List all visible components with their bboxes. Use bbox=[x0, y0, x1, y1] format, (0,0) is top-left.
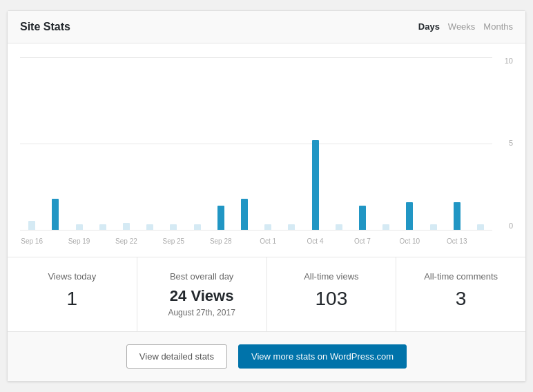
x-label-group-19 bbox=[469, 234, 492, 246]
bar-group-13 bbox=[327, 57, 351, 230]
widget-title: Site Stats bbox=[20, 21, 70, 33]
bar-5 bbox=[146, 224, 153, 230]
bar-15 bbox=[382, 224, 389, 230]
bar-4 bbox=[123, 223, 130, 230]
bar-0 bbox=[28, 221, 35, 230]
x-label-10: Oct 1 bbox=[260, 237, 276, 245]
bar-group-4 bbox=[115, 57, 138, 230]
stat-value-0: 1 bbox=[18, 287, 126, 311]
bar-group-1 bbox=[43, 57, 67, 230]
x-label-group-2: Sep 19 bbox=[67, 234, 90, 246]
x-label-group-5 bbox=[138, 234, 162, 246]
bar-group-15 bbox=[374, 57, 398, 230]
x-label-group-14: Oct 7 bbox=[351, 234, 374, 246]
bar-8 bbox=[217, 206, 224, 230]
stat-label-0: Views today bbox=[18, 271, 126, 282]
x-label-14: Oct 7 bbox=[354, 237, 371, 245]
x-label-group-18: Oct 13 bbox=[445, 234, 469, 246]
y-labels: 10 5 0 bbox=[494, 57, 513, 230]
x-label-2: Sep 19 bbox=[68, 237, 90, 245]
bar-group-12 bbox=[303, 57, 327, 230]
x-label-group-12: Oct 4 bbox=[303, 234, 327, 246]
period-tab-weeks[interactable]: Weeks bbox=[448, 21, 476, 32]
bars-container bbox=[20, 57, 492, 230]
bar-12 bbox=[312, 140, 319, 230]
x-label-group-8: Sep 28 bbox=[209, 234, 233, 246]
site-stats-widget: Site Stats DaysWeeksMonths 10 5 0 Se bbox=[7, 10, 526, 382]
x-label-16: Oct 10 bbox=[400, 237, 420, 245]
x-label-group-17 bbox=[421, 234, 445, 246]
x-label-0: Sep 16 bbox=[21, 237, 43, 245]
stat-label-3: All-time comments bbox=[407, 271, 515, 282]
x-label-group-15 bbox=[374, 234, 398, 246]
stat-value-2: 103 bbox=[278, 287, 386, 311]
bar-2 bbox=[76, 224, 83, 230]
bar-group-3 bbox=[91, 57, 115, 230]
chart-area: 10 5 0 Sep 16Sep 19Sep 22Sep 25Sep 28Oct… bbox=[8, 43, 525, 257]
view-detailed-stats-button[interactable]: View detailed stats bbox=[126, 344, 227, 369]
bar-group-2 bbox=[67, 57, 90, 230]
bar-group-14 bbox=[351, 57, 374, 230]
y-label-10: 10 bbox=[505, 57, 513, 65]
x-label-group-7 bbox=[185, 234, 209, 246]
x-label-group-16: Oct 10 bbox=[398, 234, 421, 246]
bar-group-6 bbox=[162, 57, 185, 230]
x-label-12: Oct 4 bbox=[307, 237, 324, 245]
x-label-8: Sep 28 bbox=[210, 237, 232, 245]
x-label-group-6: Sep 25 bbox=[162, 234, 185, 246]
bar-group-19 bbox=[469, 57, 492, 230]
actions-row: View detailed stats View more stats on W… bbox=[8, 332, 525, 381]
x-label-group-0: Sep 16 bbox=[20, 234, 43, 246]
grid-line-bottom bbox=[20, 230, 492, 231]
bar-17 bbox=[430, 224, 437, 230]
bar-19 bbox=[477, 224, 484, 230]
stat-value-1: 24 Views bbox=[148, 287, 256, 305]
x-label-group-4: Sep 22 bbox=[115, 234, 138, 246]
bar-group-9 bbox=[233, 57, 256, 230]
period-tabs: DaysWeeksMonths bbox=[418, 21, 513, 32]
bar-group-0 bbox=[20, 57, 43, 230]
bar-18 bbox=[454, 202, 461, 230]
stat-label-1: Best overall day bbox=[148, 271, 256, 282]
x-label-group-9 bbox=[233, 234, 256, 246]
bar-group-16 bbox=[398, 57, 421, 230]
bar-group-18 bbox=[445, 57, 469, 230]
bar-group-17 bbox=[421, 57, 445, 230]
x-labels: Sep 16Sep 19Sep 22Sep 25Sep 28Oct 1Oct 4… bbox=[20, 230, 513, 256]
bar-9 bbox=[241, 199, 248, 230]
stat-value-3: 3 bbox=[407, 287, 515, 311]
bar-14 bbox=[359, 206, 366, 230]
x-label-group-3 bbox=[91, 234, 115, 246]
widget-header: Site Stats DaysWeeksMonths bbox=[8, 11, 525, 43]
x-label-group-11 bbox=[280, 234, 303, 246]
period-tab-months[interactable]: Months bbox=[483, 21, 513, 32]
bar-group-5 bbox=[138, 57, 162, 230]
y-label-5: 5 bbox=[509, 139, 513, 147]
bar-group-10 bbox=[256, 57, 280, 230]
bar-10 bbox=[264, 224, 271, 230]
bar-1 bbox=[52, 199, 59, 230]
stat-cell-3: All-time comments3 bbox=[396, 257, 525, 331]
x-label-6: Sep 25 bbox=[162, 237, 184, 245]
bar-group-7 bbox=[185, 57, 209, 230]
stat-cell-1: Best overall day24 ViewsAugust 27th, 201… bbox=[137, 257, 267, 331]
bar-13 bbox=[336, 224, 342, 230]
view-wordpress-stats-button[interactable]: View more stats on WordPress.com bbox=[238, 344, 407, 369]
period-tab-days[interactable]: Days bbox=[418, 21, 440, 32]
bar-group-11 bbox=[280, 57, 303, 230]
x-label-group-10: Oct 1 bbox=[256, 234, 280, 246]
stat-label-2: All-time views bbox=[278, 271, 386, 282]
x-label-group-1 bbox=[43, 234, 67, 246]
x-label-18: Oct 13 bbox=[447, 237, 467, 245]
bar-7 bbox=[194, 224, 201, 230]
x-label-group-13 bbox=[327, 234, 351, 246]
bar-16 bbox=[406, 202, 413, 230]
chart-inner: 10 5 0 bbox=[20, 57, 513, 230]
stat-sub-1: August 27th, 2017 bbox=[148, 308, 256, 317]
y-label-0: 0 bbox=[509, 222, 513, 230]
x-label-4: Sep 22 bbox=[115, 237, 137, 245]
stat-cell-0: Views today1 bbox=[8, 257, 137, 331]
bar-3 bbox=[99, 224, 106, 230]
bar-6 bbox=[170, 224, 177, 230]
stat-cell-2: All-time views103 bbox=[267, 257, 397, 331]
